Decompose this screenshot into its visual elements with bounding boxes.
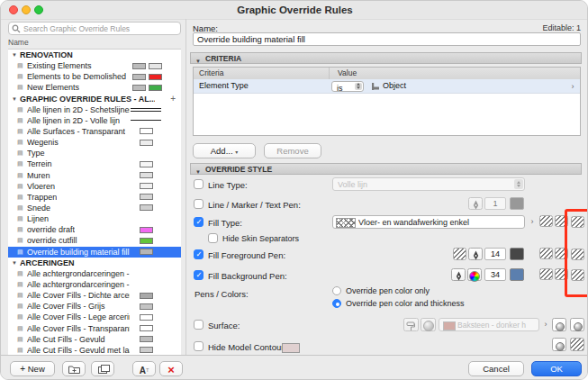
contour-transfer-icon-button[interactable] <box>552 338 566 351</box>
list-item[interactable]: ▤Wegenis <box>8 137 181 148</box>
list-item[interactable]: ▤Alle lijnen in 2D - Volle lijn <box>8 115 181 126</box>
color-picker-button[interactable] <box>467 268 482 281</box>
list-group-header[interactable]: ▼GRAPHIC OVERRIDE RULES - AL...+ <box>8 94 181 104</box>
list-item[interactable]: ▤New Elements <box>8 82 181 93</box>
add-criteria-button[interactable]: Add... ▾ <box>193 143 256 158</box>
list-group-header[interactable]: ▼RENOVATION <box>8 50 181 60</box>
fill-background-pen-color-swatch[interactable] <box>510 268 524 281</box>
line-type-select[interactable]: Volle lijn <box>332 177 525 191</box>
rule-name-input[interactable] <box>193 32 581 46</box>
new-folder-button[interactable] <box>62 361 86 376</box>
radio-pen-color-only[interactable] <box>332 286 341 295</box>
list-item[interactable]: ▤Alle Cover Fills - Grijs <box>8 301 181 312</box>
operator-select[interactable]: is <box>331 81 364 92</box>
surface-select[interactable]: Baksteen - donker halfsteens <box>439 318 539 331</box>
list-item[interactable]: ▤Alle Cover Fills - Lege arcering <box>8 312 181 322</box>
fill-transfer-icon-button[interactable] <box>539 215 553 227</box>
rule-label: Alle Cover Fills - Transparant <box>27 323 130 334</box>
fill-override-highlighted-icon-button[interactable] <box>571 216 584 228</box>
drill-arrow-icon[interactable]: › <box>527 217 538 226</box>
override-style-section-header[interactable]: ▼ OVERRIDE STYLE <box>190 163 582 175</box>
name-column-header[interactable]: Name <box>8 38 181 48</box>
pen-picker-button[interactable] <box>468 248 483 260</box>
list-item[interactable]: ▤Type <box>8 148 181 158</box>
fill-pickup-icon-button[interactable] <box>555 268 568 280</box>
criteria-row[interactable]: Element Type is Object › <box>194 79 580 94</box>
duplicate-button[interactable] <box>91 361 114 376</box>
fill-transfer-icon-button[interactable] <box>539 268 553 280</box>
fill-override-highlighted-icon-button[interactable] <box>571 249 584 260</box>
list-item[interactable]: ▤Alle achtergrondarceringen - Trans... <box>8 268 181 279</box>
line-type-checkbox[interactable] <box>194 179 204 189</box>
disclosure-triangle-icon[interactable]: ▼ <box>12 94 17 104</box>
radio-pen-color-thickness-label[interactable]: Override pen color and thickness <box>346 299 465 308</box>
fill-pickup-icon-button[interactable] <box>555 248 568 259</box>
drill-arrow-icon[interactable]: › <box>567 80 578 93</box>
fill-background-pen-checkbox[interactable] <box>194 270 204 280</box>
list-item[interactable]: ▤Elements to be Demolished <box>8 71 181 82</box>
contour-pickup-icon-button[interactable] <box>570 338 584 351</box>
fill-pickup-icon-button[interactable] <box>555 215 568 227</box>
rule-icon: ▤ <box>17 82 23 93</box>
rule-icon: ▤ <box>17 148 23 158</box>
list-item[interactable]: ▤Existing Elements <box>8 60 181 71</box>
rule-icon: ▤ <box>17 170 23 181</box>
cancel-button[interactable]: Cancel <box>468 361 524 376</box>
fill-type-select[interactable]: Vloer- en wandafwerking enkel <box>332 215 525 229</box>
add-rule-icon[interactable]: + <box>170 94 176 104</box>
list-item[interactable]: ▤Override building material fill <box>8 247 181 258</box>
list-item[interactable]: ▤Snede <box>8 203 181 213</box>
drill-arrow-icon[interactable]: › <box>541 320 550 329</box>
list-group-header[interactable]: ▼ARCERINGEN <box>8 258 181 268</box>
ok-button[interactable]: OK <box>531 361 582 376</box>
criteria-section-header[interactable]: ▼ CRITERIA <box>190 52 582 64</box>
hide-skin-separators-checkbox[interactable] <box>208 233 218 243</box>
surface-pickup-icon-button[interactable] <box>570 318 584 331</box>
remove-criteria-button[interactable]: Remove <box>264 143 321 158</box>
contour-swatch <box>282 343 300 353</box>
disclosure-triangle-icon[interactable]: ▼ <box>12 258 17 268</box>
list-item[interactable]: ▤Trappen <box>8 192 181 203</box>
rule-label: Alle Cover Fills - Dichte arcering <box>27 290 130 301</box>
disclosure-triangle-icon[interactable]: ▼ <box>12 50 17 60</box>
pen-picker-button[interactable] <box>468 197 483 210</box>
list-item[interactable]: ▤override draft <box>8 224 181 235</box>
delete-button[interactable]: × <box>159 361 183 376</box>
fill-foreground-pen-color-swatch[interactable] <box>510 248 524 260</box>
search-input[interactable] <box>8 22 181 35</box>
line-pen-label: Line / Marker / Text Pen: <box>208 200 301 210</box>
foreground-hatch-icon-button[interactable] <box>453 248 466 260</box>
line-pen-checkbox[interactable] <box>194 199 204 209</box>
fill-foreground-pen-number-field[interactable]: 14 <box>484 248 506 260</box>
fill-override-highlighted-icon-button[interactable] <box>571 269 584 281</box>
pen-picker-button[interactable] <box>451 268 466 281</box>
rename-button[interactable]: Aᵀ <box>132 361 156 376</box>
list-item[interactable]: ▤Terrein <box>8 158 181 169</box>
list-item[interactable]: ▤Muren <box>8 170 181 181</box>
fill-background-pen-label: Fill Background Pen: <box>208 271 287 281</box>
list-item[interactable]: ▤Vloeren <box>8 181 181 192</box>
line-pen-number-field[interactable]: 1 <box>484 197 506 210</box>
surface-checkbox[interactable] <box>194 320 204 330</box>
fill-foreground-pen-checkbox[interactable] <box>194 249 204 259</box>
fill-background-pen-number-field[interactable]: 34 <box>484 268 506 281</box>
list-item[interactable]: ▤Alle Cut Fills - Gevuld <box>8 334 181 345</box>
rule-icon: ▤ <box>17 301 23 312</box>
list-item[interactable]: ▤override cutfill <box>8 235 181 246</box>
list-item[interactable]: ▤Alle Surfaces - Transparant <box>8 126 181 137</box>
surface-sphere-button[interactable] <box>421 318 436 331</box>
list-item[interactable]: ▤Lijnen <box>8 213 181 224</box>
hide-model-contours-checkbox[interactable] <box>194 341 204 351</box>
new-rule-button[interactable]: + New <box>10 361 55 376</box>
fill-transfer-icon-button[interactable] <box>539 248 553 259</box>
paint-roller-button[interactable] <box>403 318 419 331</box>
surface-transfer-icon-button[interactable] <box>552 318 566 331</box>
radio-pen-color-only-label[interactable]: Override pen color only <box>346 286 430 295</box>
radio-pen-color-thickness[interactable] <box>332 299 341 308</box>
list-item[interactable]: ▤Alle lijnen in 2D - Schetslijnen <box>8 104 181 115</box>
list-item[interactable]: ▤Alle achtergrondarceringen - Wind... <box>8 279 181 290</box>
list-item[interactable]: ▤Alle Cover Fills - Dichte arcering <box>8 290 181 301</box>
line-pen-color-swatch[interactable] <box>510 197 524 210</box>
list-item[interactable]: ▤Alle Cover Fills - Transparant <box>8 323 181 334</box>
fill-type-checkbox[interactable] <box>194 217 204 227</box>
